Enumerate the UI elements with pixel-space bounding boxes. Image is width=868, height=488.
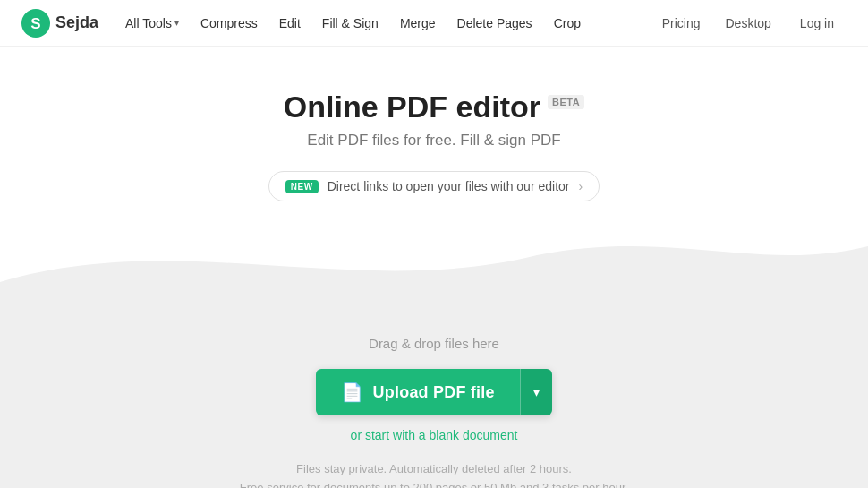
- svg-text:S: S: [30, 15, 40, 32]
- hero-section: Online PDF editor BETA Edit PDF files fo…: [0, 47, 868, 201]
- new-tag: NEW: [285, 180, 319, 193]
- pdf-icon: 📄: [341, 381, 363, 403]
- nav-right: Pricing Desktop Log in: [653, 11, 847, 36]
- chevron-right-icon: ›: [578, 179, 583, 193]
- hero-subtitle: Edit PDF files for free. Fill & sign PDF: [307, 132, 560, 150]
- upload-area: Drag & drop files here 📄 Upload PDF file…: [0, 300, 868, 488]
- upload-dropdown-button[interactable]: ▾: [520, 369, 552, 415]
- beta-badge: BETA: [548, 95, 584, 109]
- chevron-down-icon: ▾: [174, 18, 179, 28]
- upload-pdf-button[interactable]: 📄 Upload PDF file: [316, 369, 519, 415]
- upload-button-group: 📄 Upload PDF file ▾: [316, 369, 551, 415]
- nav-fill-sign[interactable]: Fill & Sign: [313, 11, 387, 36]
- nav-edit[interactable]: Edit: [270, 11, 310, 36]
- wave-top-svg: [0, 228, 868, 300]
- drag-drop-label: Drag & drop files here: [369, 336, 499, 351]
- logo-icon: S: [21, 9, 50, 38]
- logo-text: Sejda: [55, 13, 98, 32]
- new-feature-banner[interactable]: NEW Direct links to open your files with…: [268, 171, 600, 201]
- blank-document-link[interactable]: or start with a blank document: [351, 428, 518, 442]
- upload-section: Drag & drop files here 📄 Upload PDF file…: [0, 228, 868, 488]
- new-feature-text: Direct links to open your files with our…: [328, 179, 570, 193]
- nav-merge[interactable]: Merge: [391, 11, 445, 36]
- nav-delete-pages[interactable]: Delete Pages: [448, 11, 541, 36]
- upload-btn-label: Upload PDF file: [373, 383, 495, 402]
- nav-crop[interactable]: Crop: [545, 11, 590, 36]
- nav-compress[interactable]: Compress: [191, 11, 267, 36]
- navbar: S Sejda All Tools ▾ Compress Edit Fill &…: [0, 0, 868, 47]
- dropdown-arrow-icon: ▾: [533, 385, 540, 399]
- hero-title: Online PDF editor BETA: [284, 90, 584, 124]
- nav-left: All Tools ▾ Compress Edit Fill & Sign Me…: [116, 11, 653, 36]
- logo-link[interactable]: S Sejda: [21, 9, 98, 38]
- nav-all-tools[interactable]: All Tools ▾: [116, 11, 188, 36]
- nav-desktop[interactable]: Desktop: [716, 11, 779, 36]
- nav-pricing[interactable]: Pricing: [653, 11, 710, 36]
- privacy-text: Files stay private. Automatically delete…: [240, 460, 628, 488]
- nav-login[interactable]: Log in: [787, 11, 847, 36]
